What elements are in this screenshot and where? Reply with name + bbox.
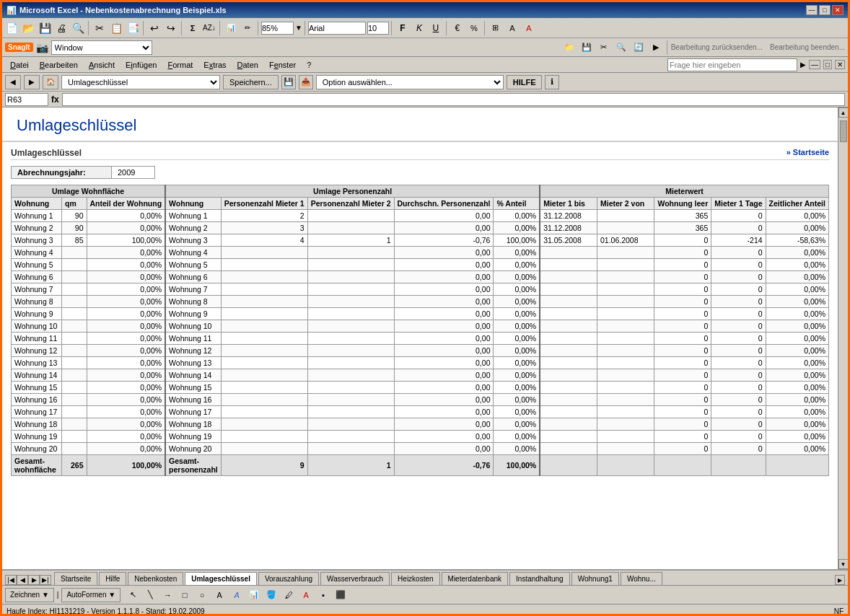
- draw-diagram-icon[interactable]: 📊: [246, 587, 262, 603]
- window-dropdown[interactable]: Window: [51, 40, 152, 55]
- table-row: Wohnung 6 0,00% Wohnung 6 0,00 0,00% 0 0…: [12, 271, 829, 283]
- snagit-icon1[interactable]: 📁: [561, 40, 577, 56]
- drawing-button[interactable]: ✏: [240, 20, 255, 36]
- snagit-icon5[interactable]: 🔄: [631, 40, 647, 56]
- tab-last-button[interactable]: ▶|: [40, 575, 51, 585]
- tab-startseite[interactable]: Startseite: [54, 572, 97, 585]
- draw-line-icon[interactable]: ╲: [142, 587, 158, 603]
- autosum-button[interactable]: Σ: [185, 20, 201, 36]
- draw-text-icon[interactable]: A: [211, 587, 227, 603]
- draw-cursor-icon[interactable]: ↖: [125, 587, 141, 603]
- window-close-icon[interactable]: ✕: [835, 60, 845, 69]
- snagit-icon2[interactable]: 💾: [579, 40, 595, 56]
- sort-asc-button[interactable]: AZ↓: [201, 20, 217, 36]
- save-icon-btn2[interactable]: 📤: [299, 75, 313, 89]
- snagit-icon4[interactable]: 🔍: [613, 40, 629, 56]
- startseite-link[interactable]: » Startseite: [787, 148, 829, 158]
- draw-3d-icon[interactable]: ⬛: [333, 587, 349, 603]
- cell-qm: [62, 320, 87, 333]
- print-button[interactable]: 🖨: [53, 20, 69, 36]
- abrechnungsjahr-value[interactable]: 2009: [112, 166, 155, 179]
- menu-einfuegen[interactable]: Einfügen: [121, 59, 162, 71]
- search-go-arrow[interactable]: ▶: [800, 61, 806, 69]
- menu-datei[interactable]: Datei: [5, 59, 34, 71]
- borders-button[interactable]: ⊞: [488, 20, 504, 36]
- draw-oval-icon[interactable]: ○: [194, 587, 210, 603]
- draw-wordart-icon[interactable]: A: [229, 587, 245, 603]
- print-preview-button[interactable]: 🔍: [70, 20, 86, 36]
- tab-heizkosten[interactable]: Heizkosten: [391, 572, 439, 585]
- help-search-input[interactable]: [667, 58, 797, 71]
- draw-shadow-icon[interactable]: ▪: [315, 587, 331, 603]
- fill-color-button[interactable]: A: [504, 20, 520, 36]
- draw-rect-icon[interactable]: □: [177, 587, 193, 603]
- hilfe-icon-btn[interactable]: ℹ: [545, 75, 559, 89]
- redo-button[interactable]: ↪: [163, 20, 179, 36]
- tab-first-button[interactable]: |◀: [5, 575, 17, 585]
- tab-prev-button[interactable]: ◀: [17, 575, 28, 585]
- font-size-input[interactable]: [367, 22, 389, 35]
- copy-button[interactable]: 📋: [108, 20, 124, 36]
- tab-next-button[interactable]: ▶: [28, 575, 40, 585]
- menu-ansicht[interactable]: Ansicht: [84, 59, 120, 71]
- tab-mieterdatenbank[interactable]: Mieterdatenbank: [442, 572, 509, 585]
- back-button[interactable]: ◀: [5, 75, 21, 89]
- minimize-button[interactable]: —: [806, 5, 818, 15]
- draw-linecolor-icon[interactable]: 🖊: [281, 587, 297, 603]
- autoformen-button[interactable]: AutoFormen ▼: [61, 588, 121, 602]
- snagit-icon3[interactable]: ✂: [596, 40, 612, 56]
- menu-bearbeiten[interactable]: Bearbeiten: [35, 59, 83, 71]
- currency-button[interactable]: €: [450, 20, 465, 36]
- tab-wohnu[interactable]: Wohnu...: [621, 572, 662, 585]
- percent-button[interactable]: %: [466, 20, 482, 36]
- draw-fill-icon[interactable]: 🪣: [263, 587, 279, 603]
- open-button[interactable]: 📂: [20, 20, 36, 36]
- save-icon-btn[interactable]: 💾: [281, 75, 296, 89]
- window-min-icon[interactable]: —: [809, 60, 820, 69]
- forward-button[interactable]: ▶: [24, 75, 40, 89]
- italic-button[interactable]: K: [411, 20, 427, 36]
- address-dropdown[interactable]: Umlageschlüssel: [61, 75, 220, 89]
- home-button[interactable]: 🏠: [43, 75, 58, 89]
- underline-button[interactable]: U: [428, 20, 444, 36]
- formula-input[interactable]: [62, 93, 845, 106]
- hilfe-button[interactable]: HILFE: [507, 75, 543, 89]
- scroll-up-button[interactable]: ▲: [838, 107, 849, 118]
- save-button[interactable]: 💾: [37, 20, 53, 36]
- zeichnen-button[interactable]: Zeichnen ▼: [5, 588, 54, 602]
- tab-vorauszahlung[interactable]: Vorauszahlung: [258, 572, 319, 585]
- scroll-down-button[interactable]: ▼: [838, 559, 849, 569]
- tab-wasserverbrauch[interactable]: Wasserverbrauch: [320, 572, 390, 585]
- undo-button[interactable]: ↩: [146, 20, 162, 36]
- new-button[interactable]: 📄: [4, 20, 19, 36]
- bold-button[interactable]: F: [395, 20, 411, 36]
- snagit-icon6[interactable]: ▶: [648, 40, 664, 56]
- draw-arrow-icon[interactable]: →: [159, 587, 175, 603]
- chart-button[interactable]: 📊: [223, 20, 239, 36]
- zoom-input[interactable]: [261, 22, 294, 35]
- tab-wohnung1[interactable]: Wohnung1: [571, 572, 619, 585]
- menu-format[interactable]: Format: [162, 59, 198, 71]
- menu-help[interactable]: ?: [302, 59, 316, 71]
- menu-extras[interactable]: Extras: [198, 59, 231, 71]
- tab-hilfe[interactable]: Hilfe: [99, 572, 126, 585]
- option-dropdown[interactable]: Option auswählen...: [316, 75, 504, 89]
- tab-umlageschluessel[interactable]: Umlageschlüssel: [185, 572, 257, 585]
- font-name-input[interactable]: [308, 22, 366, 35]
- scroll-thumb[interactable]: [840, 120, 847, 142]
- cell-reference-input[interactable]: [5, 93, 48, 106]
- cut-button[interactable]: ✂: [92, 20, 108, 36]
- paste-button[interactable]: 📑: [125, 20, 141, 36]
- maximize-button[interactable]: □: [819, 5, 831, 15]
- font-color-button[interactable]: A: [521, 20, 537, 36]
- save-web-button[interactable]: Speichern...: [223, 75, 279, 89]
- menu-fenster[interactable]: Fenster: [264, 59, 301, 71]
- tab-nebenkosten[interactable]: Nebenkosten: [128, 572, 183, 585]
- draw-fontcolor-icon[interactable]: A: [298, 587, 314, 603]
- close-button[interactable]: ✕: [832, 5, 844, 15]
- window-max-icon[interactable]: □: [823, 60, 832, 69]
- tab-scroll-right[interactable]: ▶: [835, 575, 845, 585]
- menu-daten[interactable]: Daten: [232, 59, 263, 71]
- zoom-dropdown-arrow[interactable]: ▼: [295, 24, 302, 32]
- tab-instandhaltung[interactable]: Instandhaltung: [509, 572, 570, 585]
